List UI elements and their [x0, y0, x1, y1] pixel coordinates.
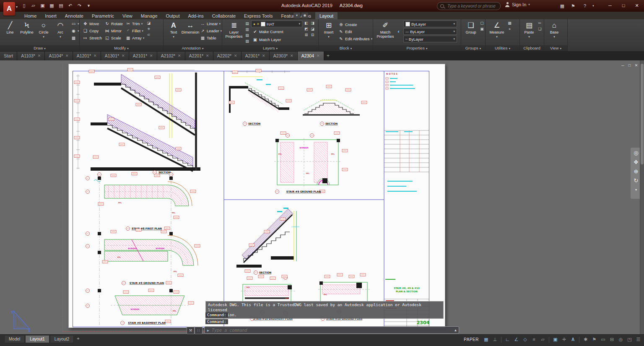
help-dropdown-icon[interactable]: ▾ — [589, 2, 598, 10]
transparency-icon[interactable]: ▱ — [539, 336, 547, 343]
new-file-icon[interactable]: ▯ — [20, 2, 28, 10]
autodesk-app-store-icon[interactable]: ▦ — [558, 2, 567, 10]
isolate-objects-icon[interactable]: ◎ — [617, 336, 625, 343]
panel-caption-modify[interactable]: Modify▾ — [80, 45, 163, 51]
zoom-icon[interactable]: ⊕ — [634, 168, 639, 175]
panel-caption-groups[interactable]: Groups▾ — [461, 45, 485, 51]
create-block-button[interactable]: ⊕Create — [337, 21, 374, 28]
group-edit-icon[interactable]: ▣ — [479, 26, 485, 32]
layer-walk-icon[interactable]: ⊞ — [303, 32, 309, 38]
space-toggle-label[interactable]: PAPER — [464, 337, 479, 342]
annotation-visibility-icon[interactable]: ✛ — [560, 336, 568, 343]
tab-model[interactable]: Model — [4, 335, 25, 343]
steering-wheel-icon[interactable]: ◎ — [634, 149, 638, 157]
layer-merge-icon[interactable]: ◩ — [303, 26, 309, 32]
paste-button[interactable]: ▤Paste▾ — [522, 20, 537, 39]
close-tab-icon[interactable]: ✕ — [150, 52, 153, 60]
file-tab[interactable]: A2101*✕ — [129, 52, 157, 60]
close-tab-icon[interactable]: ✕ — [234, 52, 237, 60]
stay-connected-icon[interactable]: ⚑ — [569, 2, 578, 10]
panel-caption-clipboard[interactable]: Clipboard — [520, 45, 544, 51]
tab-output[interactable]: Output — [162, 12, 184, 20]
panel-caption-view[interactable]: View▾ — [544, 45, 567, 51]
layer-combo[interactable]: ● ☀ HAT ▾ — [251, 21, 302, 27]
file-tab[interactable]: A2202*✕ — [213, 52, 242, 60]
rectangle-button[interactable]: ▭▾ — [70, 20, 80, 27]
clean-screen-icon[interactable]: ◳ — [626, 336, 634, 343]
insert-button[interactable]: ⊞Insert▾ — [320, 20, 337, 42]
ungroup-icon[interactable]: ▢ — [479, 20, 485, 26]
file-tab[interactable]: A1201*✕ — [73, 52, 101, 60]
minimize-button[interactable]: ─ — [604, 0, 616, 11]
new-drawing-tab-button[interactable]: + — [324, 52, 332, 60]
drawing-minimize-icon[interactable]: ─ — [620, 63, 626, 68]
table-button[interactable]: ▦Table — [199, 34, 223, 42]
layer-isolate-icon[interactable]: ▥ — [244, 26, 250, 32]
layer-state-icon[interactable]: ▤ — [244, 21, 250, 26]
panel-caption-utilities[interactable]: Utilities▾ — [486, 45, 519, 51]
file-tab[interactable]: A1103*✕ — [17, 52, 45, 60]
tab-layout[interactable]: Layout — [315, 12, 338, 20]
maximize-button[interactable]: □ — [617, 0, 630, 11]
rotate-button[interactable]: ↻Rotate — [103, 20, 124, 27]
panel-caption-properties[interactable]: Properties▾ — [373, 45, 461, 51]
file-tab[interactable]: A2303*✕ — [270, 52, 298, 60]
erase-icon[interactable]: ◪ — [145, 20, 152, 26]
navbar-more-icon[interactable]: ▾ — [635, 186, 637, 194]
dimension-button[interactable]: ↔Dimension — [182, 20, 199, 42]
vertical-scrollbar[interactable] — [640, 60, 644, 334]
layer-fade-icon[interactable]: ◨ — [309, 20, 316, 26]
cut-icon[interactable]: ✂ — [537, 20, 543, 26]
fillet-button[interactable]: ◜Fillet▾ — [124, 27, 145, 34]
offset-icon[interactable]: ⊂ — [145, 32, 152, 38]
add-layout-button[interactable]: + — [74, 335, 82, 342]
ribbon-cycle-icon[interactable]: ◉ — [301, 13, 308, 18]
explode-icon[interactable]: ✳ — [145, 26, 152, 32]
command-line[interactable]: ▸ — [204, 326, 459, 334]
linetype-combo[interactable]: ┄ByLayer▾ — [403, 36, 457, 42]
save-icon[interactable]: ▣ — [39, 2, 47, 10]
command-customize-icon[interactable]: ⚒ — [187, 327, 195, 334]
make-current-button[interactable]: ✔Make Current — [251, 28, 302, 35]
pan-icon[interactable]: ✥ — [634, 159, 639, 166]
help-icon[interactable]: ? — [580, 2, 589, 10]
plot-icon[interactable]: ▤ — [57, 2, 65, 10]
close-tab-icon[interactable]: ✕ — [290, 52, 293, 60]
osnap-icon[interactable]: ◇ — [521, 336, 529, 343]
scrollbar-thumb[interactable] — [641, 64, 644, 164]
line-button[interactable]: ╱Line — [2, 20, 18, 42]
ortho-icon[interactable]: ∟ — [504, 336, 512, 343]
application-menu-button[interactable]: A — [3, 2, 15, 16]
panel-caption-block[interactable]: Block▾ — [319, 45, 373, 51]
edit-block-button[interactable]: ✎Edit — [337, 28, 374, 35]
panel-caption-annotation[interactable]: Annotation▾ — [164, 45, 222, 51]
circle-button[interactable]: ○Circle▾ — [35, 20, 52, 42]
tab-express-tools[interactable]: Express Tools — [240, 12, 277, 20]
units-icon[interactable]: ▭ — [599, 336, 607, 343]
annotation-monitor-icon[interactable]: ⚑ — [590, 336, 598, 343]
group-button[interactable]: ❑Group — [463, 20, 479, 34]
close-tab-icon[interactable]: ✕ — [65, 52, 69, 60]
lineweight-combo[interactable]: ―ByLayer▾ — [403, 28, 457, 35]
snap-mode-icon[interactable]: ⊥ — [491, 336, 499, 343]
id-point-icon[interactable]: ⌖ — [506, 26, 513, 32]
drawing-close-icon[interactable]: ✕ — [633, 63, 639, 68]
file-tab-active[interactable]: A2304✕ — [298, 52, 324, 60]
close-button[interactable]: ✕ — [631, 0, 643, 11]
save-as-icon[interactable]: ▦ — [48, 2, 56, 10]
layer-properties-button[interactable]: ≣Layer Properties — [224, 20, 244, 44]
file-tab[interactable]: A2201*✕ — [185, 52, 213, 60]
workspace-switching-icon[interactable]: ✱ — [582, 336, 589, 343]
file-tab[interactable]: A2102*✕ — [157, 52, 185, 60]
drawing-canvas[interactable]: SECTION FFL FFL STAIR — [0, 60, 644, 334]
layer-vpfreeze-icon[interactable]: ⊟ — [309, 32, 316, 38]
drawing-restore-icon[interactable]: □ — [626, 63, 633, 68]
panel-caption-layers[interactable]: Layers▾ — [222, 45, 318, 51]
tab-parametric[interactable]: Parametric — [88, 12, 118, 20]
tab-home[interactable]: Home — [20, 12, 41, 20]
ribbon-collapse-icon[interactable]: ▾ — [293, 13, 300, 18]
layer-lock-icon[interactable]: ▨ — [244, 38, 250, 44]
close-tab-icon[interactable]: ✕ — [206, 52, 209, 60]
layer-off-icon[interactable]: ◧ — [303, 20, 309, 26]
orbit-icon[interactable]: ↻ — [634, 177, 639, 185]
